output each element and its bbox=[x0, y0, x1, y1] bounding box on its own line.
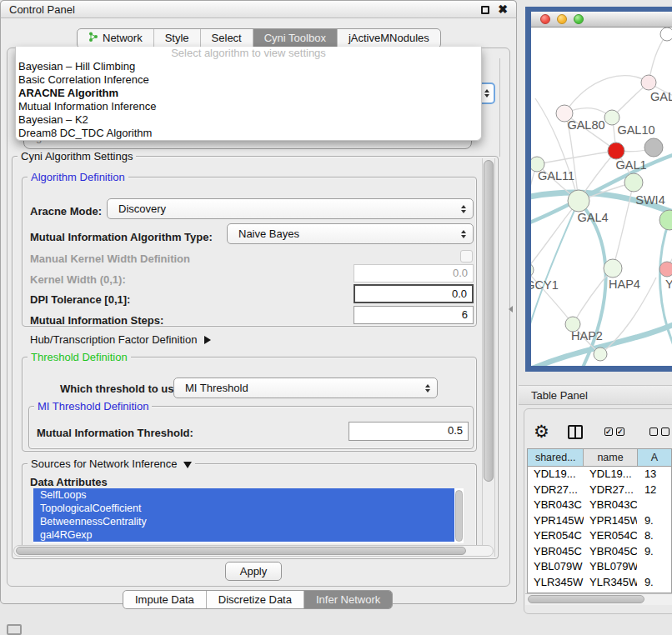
settings-vertical-scrollbar-thumb[interactable] bbox=[484, 160, 494, 482]
network-node[interactable] bbox=[644, 138, 663, 157]
attribute-list-scrollbar-thumb[interactable] bbox=[455, 490, 463, 542]
dropdown-item[interactable]: Bayesian – Hill Climbing bbox=[16, 60, 481, 73]
minimize-traffic-light[interactable] bbox=[557, 14, 567, 24]
screen: Control Panel ✖ Network Style Select Cyn… bbox=[0, 0, 672, 635]
network-node[interactable] bbox=[608, 142, 624, 159]
table-row[interactable]: YLR345W YLR345W 9. bbox=[528, 575, 671, 591]
aracne-mode-combobox[interactable]: Discovery bbox=[107, 198, 474, 219]
network-node-label: GAL10 bbox=[617, 123, 654, 137]
dropdown-item-label: Dream8 DC_TDC Algorithm bbox=[18, 127, 152, 139]
mi-threshold-input[interactable]: 0.5 bbox=[349, 422, 469, 441]
bottom-tab[interactable]: Discretize Data bbox=[206, 591, 303, 608]
bottom-tab[interactable]: Infer Network bbox=[303, 591, 392, 608]
minimized-window-icon[interactable] bbox=[7, 624, 22, 635]
network-window-titlebar[interactable] bbox=[531, 12, 672, 28]
network-node-label: Y bbox=[665, 278, 672, 291]
checked-box-icon: ✓ bbox=[616, 428, 624, 436]
table-row[interactable]: YBL079W YBL079W bbox=[528, 559, 671, 575]
column-header-clipped[interactable]: A bbox=[638, 449, 671, 466]
bottom-tab[interactable]: Impute Data bbox=[123, 591, 206, 608]
mi-algorithm-type-combobox[interactable]: Naive Bayes bbox=[227, 223, 474, 244]
attribute-name: gal4RGexp bbox=[40, 529, 93, 541]
attribute-list-item[interactable]: gal4RGexp bbox=[33, 528, 454, 542]
cell-name: YPR145W bbox=[584, 513, 637, 529]
splitter-collapse-icon[interactable] bbox=[509, 306, 513, 312]
float-window-icon[interactable] bbox=[481, 6, 489, 14]
attribute-list-item[interactable]: TopologicalCoefficient bbox=[33, 502, 454, 515]
expanded-arrow-icon bbox=[183, 462, 192, 468]
tab[interactable]: Style bbox=[153, 29, 200, 48]
select-all-columns-icon[interactable]: ✓ ✓ bbox=[604, 428, 624, 436]
attribute-list-item[interactable]: BetweennessCentrality bbox=[33, 515, 454, 528]
attribute-name: SelfLoops bbox=[40, 489, 87, 501]
table-row[interactable]: YDR27... YDR27... 12 bbox=[528, 482, 671, 498]
aracne-mode-label: Aracne Mode: bbox=[30, 205, 102, 218]
network-node[interactable] bbox=[641, 75, 656, 90]
dropdown-item[interactable]: ARACNE Algorithm bbox=[16, 87, 481, 100]
tab[interactable]: Network bbox=[78, 29, 153, 48]
dropdown-item[interactable]: Basic Correlation Inference bbox=[16, 73, 481, 87]
table-panel-header[interactable]: Table Panel bbox=[519, 385, 672, 405]
table-row[interactable]: YBR045C YBR045C 9. bbox=[528, 544, 671, 560]
mi-algorithm-type-value: Naive Bayes bbox=[238, 228, 299, 240]
column-header-shared-name[interactable]: shared... bbox=[528, 449, 584, 466]
column-header-name[interactable]: name bbox=[584, 449, 637, 466]
tab[interactable]: Cyni Toolbox bbox=[253, 29, 337, 48]
table-toolbar: ⚙ ✓ ✓ bbox=[530, 419, 672, 444]
control-panel-titlebar[interactable]: Control Panel ✖ bbox=[0, 0, 517, 18]
table-row[interactable]: YPR145W YPR145W 9. bbox=[528, 513, 671, 529]
dropdown-prompt: Select algorithm to view settings bbox=[16, 47, 481, 60]
dropdown-item[interactable]: Bayesian – K2 bbox=[16, 113, 481, 127]
manual-kernel-width-checkbox[interactable] bbox=[460, 250, 473, 262]
tab[interactable]: Select bbox=[200, 29, 253, 48]
unchecked-box-icon bbox=[649, 428, 658, 436]
network-edge[interactable] bbox=[537, 151, 616, 164]
cell-shared-name: YDR27... bbox=[528, 482, 584, 498]
which-threshold-combobox[interactable]: MI Threshold bbox=[173, 378, 438, 398]
network-node[interactable] bbox=[624, 173, 643, 192]
cell-clipped bbox=[637, 559, 671, 575]
network-edge[interactable] bbox=[531, 164, 537, 236]
table-row[interactable]: YDL19... YDL19... 13 bbox=[528, 467, 671, 482]
network-node[interactable] bbox=[659, 262, 672, 277]
cell-name: YBL079W bbox=[584, 559, 637, 575]
network-node[interactable] bbox=[659, 210, 672, 230]
gear-icon[interactable]: ⚙ bbox=[534, 420, 549, 443]
network-node[interactable] bbox=[604, 259, 622, 278]
algorithm-definition-title: Algorithm Definition bbox=[28, 171, 128, 183]
control-panel-title: Control Panel bbox=[9, 3, 75, 16]
network-canvas[interactable]: GAL80GAL10GALGAL1GAL11SWI4GAL4GCY1HAP4YH… bbox=[531, 28, 672, 366]
node-table: shared... name A YDL19... YDL19... 13 YD… bbox=[527, 448, 672, 593]
hub-definition-toggle[interactable]: Hub/Transcription Factor Definition bbox=[30, 333, 211, 346]
bottom-tab-label: Impute Data bbox=[135, 593, 194, 606]
mi-steps-input[interactable]: 6 bbox=[354, 306, 474, 324]
network-node[interactable] bbox=[594, 348, 607, 361]
tab-label: Style bbox=[165, 32, 189, 44]
kernel-width-input[interactable]: 0.0 bbox=[354, 264, 474, 282]
dropdown-item[interactable]: Dream8 DC_TDC Algorithm bbox=[16, 127, 481, 140]
split-columns-icon[interactable] bbox=[568, 425, 583, 439]
network-node[interactable] bbox=[531, 262, 534, 278]
table-row[interactable]: YER054C YER054C 8. bbox=[528, 528, 671, 544]
cell-shared-name: YLR345W bbox=[528, 575, 584, 591]
zoom-traffic-light[interactable] bbox=[574, 14, 584, 24]
close-icon[interactable]: ✖ bbox=[498, 2, 508, 16]
network-node[interactable] bbox=[568, 190, 589, 212]
attribute-list-item[interactable]: SelfLoops bbox=[33, 488, 454, 502]
network-node[interactable] bbox=[660, 28, 672, 41]
table-row[interactable]: YBR043C YBR043C bbox=[528, 498, 671, 513]
deselect-all-columns-icon[interactable] bbox=[649, 428, 669, 436]
tab[interactable]: jActiveMNodules bbox=[337, 29, 440, 48]
table-horizontal-scrollbar-thumb[interactable] bbox=[528, 595, 644, 603]
network-node-label: HAP4 bbox=[609, 278, 640, 291]
apply-button[interactable]: Apply bbox=[225, 562, 282, 581]
close-traffic-light[interactable] bbox=[540, 14, 550, 24]
dpi-tolerance-input[interactable]: 0.0 bbox=[354, 284, 474, 303]
cell-name: YDR27... bbox=[584, 482, 637, 498]
cell-shared-name: YER054C bbox=[528, 528, 584, 544]
attribute-name: BetweennessCentrality bbox=[40, 516, 147, 528]
network-svg: GAL80GAL10GALGAL1GAL11SWI4GAL4GCY1HAP4YH… bbox=[531, 28, 672, 366]
settings-horizontal-scrollbar-thumb[interactable] bbox=[16, 547, 466, 555]
sources-group-toggle[interactable]: Sources for Network Inference bbox=[28, 458, 195, 470]
dropdown-item[interactable]: Mutual Information Inference bbox=[16, 100, 481, 113]
